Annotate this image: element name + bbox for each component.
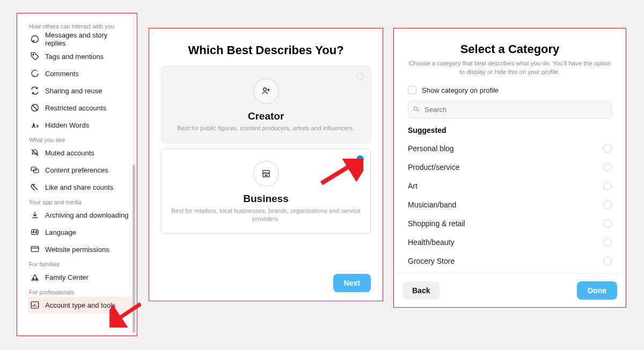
nav-item-label: Account type and tools	[45, 301, 116, 309]
nav-item-label: Messages and story replies	[45, 31, 129, 47]
show-category-checkbox[interactable]	[408, 86, 416, 94]
nav-item-label: Tags and mentions	[45, 53, 104, 61]
svg-point-19	[414, 107, 418, 110]
settings-sidebar-list: How others can interact with youMessages…	[17, 13, 133, 336]
nav-item-archiving-and-downloading[interactable]: Archiving and downloading	[28, 206, 133, 224]
svg-point-11	[33, 279, 34, 280]
select-category-panel: Select a Category Choose a category that…	[393, 28, 626, 308]
creator-icon	[253, 78, 279, 104]
nav-item-label: Restricted accounts	[45, 104, 106, 112]
radio-unselected-icon[interactable]	[603, 219, 612, 228]
radio-unselected-icon[interactable]	[603, 200, 612, 209]
category-item-health-beauty[interactable]: Health/beauty	[408, 233, 612, 251]
panel-subtitle: Choose a category that best describes wh…	[408, 59, 612, 76]
radio-selected-icon[interactable]	[356, 155, 364, 163]
category-name: Shopping & retail	[408, 219, 465, 228]
business-title: Business	[171, 193, 361, 205]
svg-line-18	[321, 163, 355, 183]
svg-rect-8	[32, 230, 38, 235]
nav-item-label: Hidden Words	[45, 121, 89, 129]
suggested-heading: Suggested	[408, 126, 612, 135]
category-item-shopping-retail[interactable]: Shopping & retail	[408, 214, 612, 233]
done-button[interactable]: Done	[577, 281, 617, 300]
radio-unselected-icon[interactable]	[603, 144, 612, 153]
nav-item-hidden-words[interactable]: Hidden Words	[28, 116, 133, 133]
section-title: For professionals	[28, 289, 133, 295]
nav-item-tags-and-mentions[interactable]: Tags and mentions	[28, 48, 133, 65]
svg-point-16	[263, 88, 266, 91]
nav-item-label: Sharing and reuse	[45, 87, 102, 95]
nav-item-label: Website permissions	[45, 245, 109, 254]
nav-item-account-type-and-tools[interactable]: Account type and tools	[28, 296, 133, 314]
nav-item-label: Like and share counts	[45, 183, 113, 191]
category-name: Health/beauty	[408, 238, 454, 247]
business-option-card[interactable]: Business Best for retailers, local busin…	[161, 148, 371, 234]
radio-unselected-icon[interactable]	[603, 257, 612, 265]
nav-item-language[interactable]: Language	[28, 224, 133, 241]
creator-option-card[interactable]: Creator Best for public figures, content…	[161, 66, 371, 143]
section-title: How others can interact with you	[28, 23, 133, 29]
back-button[interactable]: Back	[402, 281, 440, 300]
panel-heading: Which Best Describes You?	[161, 43, 371, 57]
restricted-icon	[29, 102, 41, 114]
nav-item-website-permissions[interactable]: Website permissions	[28, 241, 133, 258]
reuse-icon	[29, 85, 41, 96]
content-pref-icon	[29, 164, 41, 176]
category-search-field[interactable]	[408, 101, 612, 118]
storefront-icon	[253, 161, 279, 187]
nav-item-content-preferences[interactable]: Content preferences	[28, 161, 133, 178]
nav-item-comments[interactable]: Comments	[28, 65, 133, 82]
section-title: For families	[28, 261, 133, 267]
category-name: Grocery Store	[408, 257, 455, 265]
nav-item-sharing-and-reuse[interactable]: Sharing and reuse	[28, 82, 133, 99]
category-name: Art	[408, 182, 418, 190]
nav-item-like-and-share-counts[interactable]: Like and share counts	[28, 178, 133, 196]
nav-item-messages-and-story-replies[interactable]: Messages and story replies	[28, 31, 133, 48]
muted-icon	[29, 147, 41, 159]
category-item-musician-band[interactable]: Musician/band	[408, 195, 612, 214]
business-desc: Best for retailers, local businesses, br…	[171, 207, 361, 224]
creator-desc: Best for public figures, content produce…	[171, 124, 361, 133]
nav-item-family-center[interactable]: Family Center	[28, 269, 133, 286]
settings-sidebar-panel: How others can interact with youMessages…	[17, 13, 137, 336]
next-button[interactable]: Next	[333, 274, 371, 292]
download-icon	[29, 209, 41, 221]
nav-item-label: Muted accounts	[45, 149, 94, 157]
category-name: Musician/band	[408, 200, 456, 209]
radio-unselected-icon[interactable]	[603, 163, 612, 172]
section-title: What you see	[28, 137, 133, 143]
comment-icon	[29, 68, 41, 79]
chart-icon	[29, 299, 41, 311]
nav-item-restricted-accounts[interactable]: Restricted accounts	[28, 99, 133, 116]
svg-point-1	[33, 54, 34, 55]
website-icon	[29, 243, 41, 255]
radio-unselected-icon[interactable]	[603, 238, 612, 247]
show-category-label: Show category on profile	[422, 86, 499, 94]
svg-line-3	[33, 106, 38, 110]
category-item-product-service[interactable]: Product/service	[408, 158, 612, 176]
nav-item-label: Archiving and downloading	[45, 211, 128, 219]
tag-icon	[29, 50, 41, 62]
search-input[interactable]	[408, 101, 612, 118]
account-type-panel: Which Best Describes You? Creator Best f…	[149, 28, 383, 301]
panel-heading: Select a Category	[408, 42, 612, 56]
language-icon	[29, 226, 41, 238]
svg-point-0	[32, 36, 39, 43]
radio-unselected-icon[interactable]	[603, 182, 612, 190]
search-icon	[413, 105, 420, 115]
nav-item-label: Language	[45, 228, 76, 236]
nav-item-label: Family Center	[45, 273, 89, 281]
nav-item-muted-accounts[interactable]: Muted accounts	[28, 144, 133, 161]
radio-unselected-icon[interactable]	[356, 73, 364, 80]
highlight-arrow-icon	[310, 159, 363, 189]
scrollbar-thumb[interactable]	[133, 165, 135, 333]
category-item-grocery-store[interactable]: Grocery Store	[408, 251, 612, 270]
category-list: Personal blogProduct/serviceArtMusician/…	[408, 139, 612, 270]
category-item-art[interactable]: Art	[408, 176, 612, 195]
nav-item-label: Content preferences	[45, 166, 108, 174]
family-icon	[29, 271, 41, 283]
category-item-personal-blog[interactable]: Personal blog	[408, 139, 612, 158]
category-name: Personal blog	[408, 144, 454, 153]
svg-point-12	[35, 279, 36, 280]
nav-item-label: Comments	[45, 70, 79, 78]
